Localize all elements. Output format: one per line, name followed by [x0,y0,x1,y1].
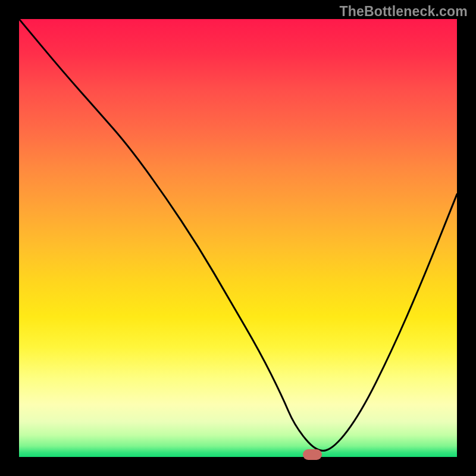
bottleneck-curve [19,19,457,457]
chart-container: TheBottleneck.com [0,0,476,476]
optimal-point-marker [303,449,322,460]
plot-area [19,19,457,457]
watermark-text: TheBottleneck.com [339,4,468,20]
